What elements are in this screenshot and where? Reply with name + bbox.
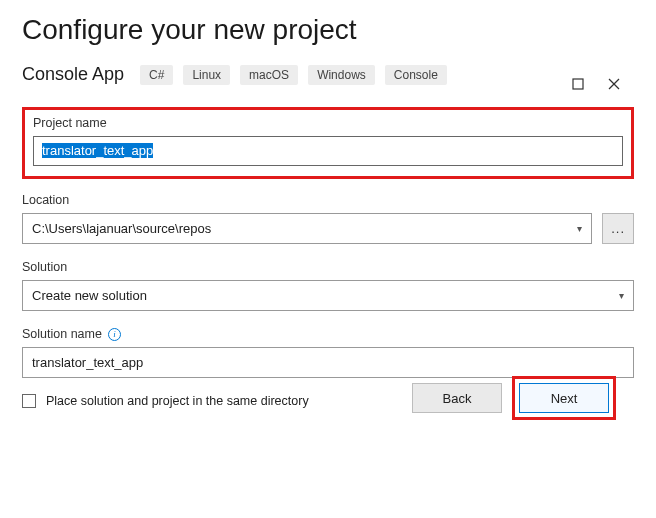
- next-button[interactable]: Next: [519, 383, 609, 413]
- same-directory-label: Place solution and project in the same d…: [46, 394, 309, 408]
- solution-name-input[interactable]: [22, 347, 634, 378]
- project-name-label: Project name: [33, 116, 623, 130]
- location-value: C:\Users\lajanuar\source\repos: [32, 221, 211, 236]
- project-name-group: Project name translator_text_app: [22, 107, 634, 179]
- tag: macOS: [240, 65, 298, 85]
- solution-name-label: Solution name i: [22, 327, 634, 341]
- page-title: Configure your new project: [22, 14, 634, 46]
- solution-combo[interactable]: Create new solution ▾: [22, 280, 634, 311]
- back-button[interactable]: Back: [412, 383, 502, 413]
- tag: Windows: [308, 65, 375, 85]
- solution-value: Create new solution: [32, 288, 147, 303]
- close-icon[interactable]: [608, 78, 620, 90]
- tag: C#: [140, 65, 173, 85]
- tag: Console: [385, 65, 447, 85]
- location-label: Location: [22, 193, 634, 207]
- project-name-input[interactable]: translator_text_app: [33, 136, 623, 166]
- info-icon[interactable]: i: [108, 328, 121, 341]
- template-name: Console App: [22, 64, 124, 85]
- browse-button[interactable]: ...: [602, 213, 634, 244]
- svg-rect-0: [573, 79, 583, 89]
- chevron-down-icon: ▾: [577, 223, 582, 234]
- solution-label: Solution: [22, 260, 634, 274]
- checkbox-box[interactable]: [22, 394, 36, 408]
- location-combo[interactable]: C:\Users\lajanuar\source\repos ▾: [22, 213, 592, 244]
- template-subline: Console App C# Linux macOS Windows Conso…: [22, 64, 634, 85]
- tag: Linux: [183, 65, 230, 85]
- project-name-value: translator_text_app: [42, 143, 153, 158]
- chevron-down-icon: ▾: [619, 290, 624, 301]
- maximize-icon[interactable]: [572, 78, 584, 90]
- next-button-highlight: Next: [512, 376, 616, 420]
